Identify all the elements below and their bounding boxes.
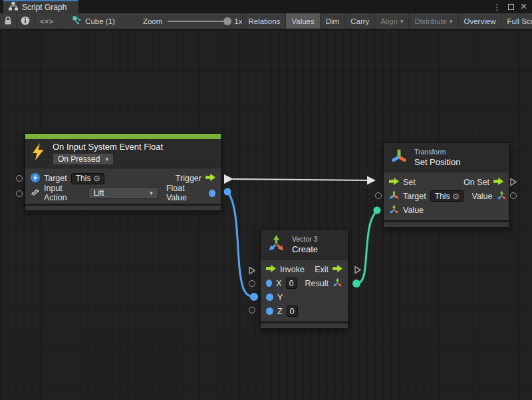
carry-button[interactable]: Carry [345, 13, 375, 29]
graph-target-label: Cube (1) [85, 17, 115, 25]
x-value-field[interactable]: 0 [286, 278, 297, 289]
x-row: X 0 Result [261, 276, 348, 290]
input-action-dropdown[interactable]: Lift ▾ [88, 187, 158, 199]
transform-target-input-port[interactable] [375, 192, 382, 199]
tab-label: Script Graph [22, 3, 66, 12]
chevron-down-icon: ▾ [105, 156, 108, 162]
script-graph-asset-icon [72, 16, 81, 26]
maximize-icon[interactable] [508, 4, 514, 10]
z-input-outer-port[interactable] [249, 307, 255, 313]
trigger-label: Trigger [176, 174, 201, 183]
node-title: Create [292, 244, 318, 254]
chevron-down-icon: ▾ [400, 18, 404, 25]
y-input-port[interactable] [266, 294, 273, 301]
overview-button[interactable]: Overview [459, 13, 502, 29]
onset-output-port[interactable] [509, 177, 517, 186]
zoom-value: 1x [234, 17, 242, 25]
node-subtitle: Vector 3 [292, 235, 318, 243]
window-tab-bar: Script Graph ⋮ × [0, 0, 532, 13]
input-action-label: Input Action [44, 184, 84, 202]
node-transform-set-position[interactable]: Transform Set Position Set On Set [383, 142, 509, 228]
zoom-slider-thumb[interactable] [223, 17, 231, 25]
z-row: Z 0 [261, 304, 348, 318]
z-input-port[interactable] [266, 307, 273, 315]
event-target-input-port[interactable] [16, 175, 23, 182]
node-footer [384, 220, 509, 227]
target-label: Target [44, 174, 67, 183]
values-button[interactable]: Values [286, 13, 320, 29]
chevron-down-icon: ▾ [450, 18, 453, 25]
flow-arrow-icon[interactable] [332, 265, 342, 274]
node-on-input-system-event-float[interactable]: On Input System Event Float On Pressed ▾… [25, 133, 221, 211]
vector3-icon[interactable] [332, 278, 342, 290]
relations-button[interactable]: Relations [242, 13, 286, 29]
event-target-object-chip[interactable]: This ⊙ [71, 173, 105, 184]
float-value-port[interactable] [209, 190, 215, 197]
float-value-label: Float Value [166, 184, 205, 202]
invoke-input-port[interactable] [248, 266, 256, 274]
node-vector3-create[interactable]: Vector 3 Create Invoke Exit X 0 [260, 229, 348, 329]
event-mode-dropdown[interactable]: On Pressed ▾ [53, 153, 114, 165]
value-row: Value [384, 203, 509, 217]
transform-value-output-port[interactable] [510, 192, 517, 199]
align-dropdown[interactable]: Align▾ [375, 13, 409, 29]
y-label: Y [277, 293, 283, 302]
zoom-slider[interactable] [168, 21, 229, 22]
set-label: Set [403, 178, 416, 187]
invoke-label: Invoke [280, 265, 305, 274]
node-title: On Input System Event Float [53, 142, 163, 152]
result-label: Result [305, 279, 329, 288]
input-system-event-icon [31, 173, 40, 184]
code-preview-button[interactable]: <×> [35, 13, 59, 29]
vector3-icon [267, 234, 285, 255]
floatvalue-output-port[interactable] [224, 188, 231, 196]
graph-canvas[interactable]: On Input System Event Float On Pressed ▾… [0, 30, 532, 400]
x-input-outer-port[interactable] [249, 280, 255, 287]
flow-arrow-icon[interactable] [389, 178, 399, 187]
lightning-bolt-icon [32, 143, 45, 164]
invoke-row: Invoke Exit [261, 262, 348, 276]
graph-target-button[interactable]: Cube (1) [67, 13, 120, 29]
transform-target-object-chip[interactable]: This ⊙ [430, 190, 464, 202]
node-footer [25, 204, 221, 210]
tab-script-graph[interactable]: Script Graph [3, 0, 78, 13]
set-row: Set On Set [384, 175, 509, 189]
full-screen-button[interactable]: Full Screen [501, 13, 532, 29]
info-button[interactable] [17, 13, 35, 29]
transform-icon [390, 148, 408, 168]
vector3-icon[interactable] [497, 190, 507, 202]
chevron-down-icon: ▾ [150, 190, 153, 196]
z-value-field[interactable]: 0 [287, 305, 298, 317]
object-picker-icon: ⊙ [452, 192, 459, 201]
value-in-label: Value [403, 206, 424, 215]
zoom-label: Zoom [143, 17, 162, 25]
event-inputaction-input-port[interactable] [16, 190, 23, 197]
value-out-label: Value [471, 192, 492, 201]
x-input-port[interactable] [266, 280, 272, 287]
close-icon[interactable]: × [521, 1, 527, 12]
graph-hierarchy-icon [9, 2, 18, 13]
graph-toolbar: <×> Cube (1) Zoom 1x Relations Values Di… [0, 13, 532, 29]
distribute-dropdown[interactable]: Distribute▾ [409, 13, 458, 29]
zoom-control: Zoom 1x [143, 13, 243, 29]
flow-arrow-icon[interactable] [493, 178, 503, 187]
flow-arrow-icon[interactable] [266, 265, 276, 274]
target-label: Target [403, 192, 426, 201]
trigger-output-port[interactable] [224, 174, 233, 184]
object-picker-icon: ⊙ [93, 174, 100, 183]
flow-arrow-icon[interactable] [205, 174, 215, 183]
on-set-label: On Set [464, 178, 489, 187]
y-input-port-connected[interactable] [250, 293, 258, 301]
dim-button[interactable]: Dim [321, 13, 345, 29]
event-color-strip [25, 134, 221, 139]
vector3-icon[interactable] [389, 204, 399, 216]
wire-trigger-to-set[interactable] [233, 179, 368, 180]
target-row: Target This ⊙ Value [384, 189, 509, 203]
exit-output-port[interactable] [354, 265, 362, 274]
result-output-port-connected[interactable] [352, 280, 360, 288]
x-label: X [276, 279, 281, 288]
lock-button[interactable] [0, 13, 17, 29]
transform-icon [389, 190, 399, 202]
value-input-port-connected[interactable] [374, 207, 381, 214]
kebab-menu-icon[interactable]: ⋮ [493, 3, 501, 11]
